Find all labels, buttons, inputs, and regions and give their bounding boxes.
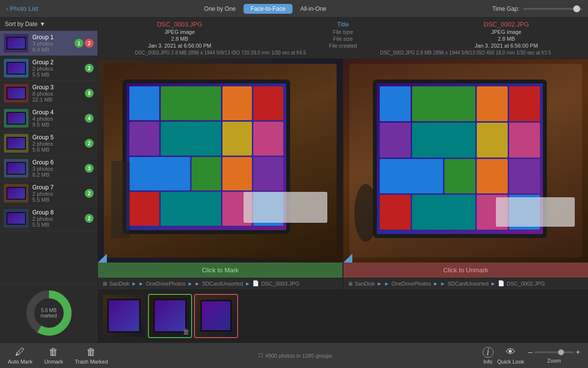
- group-size-8: 5.5 MB: [32, 222, 81, 228]
- group-photos-8: 2 photos: [32, 216, 81, 222]
- left-file-date: Jan 3. 2021 at 6:56:00 PM: [148, 43, 211, 49]
- toolbar-left: 🖊 Auto Mark 🗑 Unmark 🗑 Trash Marked: [8, 346, 108, 365]
- group-badges-8: 2: [85, 214, 94, 223]
- group-name-2: Group 2: [32, 59, 81, 66]
- back-button[interactable]: ‹ Photo List: [6, 5, 38, 12]
- unmark-label: Unmark: [44, 359, 63, 365]
- total-label: 4900 photos in 1285 groups: [265, 353, 332, 359]
- auto-mark-label: Auto Mark: [8, 359, 32, 365]
- corner-triangle-left: [98, 254, 107, 263]
- right-meta: DSC_0002.JPG 2.8 MB 2896 x 1944 5/9/13 I…: [375, 50, 556, 55]
- group-photos-2: 2 photos: [32, 66, 81, 72]
- right-path-3: SDCardUnsorted: [447, 281, 489, 287]
- disk-icon: 🖥: [102, 281, 107, 287]
- group-photos-4: 4 photos: [32, 116, 81, 122]
- group-thumb-7: [4, 184, 28, 203]
- group-item-2[interactable]: Group 2 2 photos 5.5 MB 2: [0, 56, 98, 81]
- auto-mark-button[interactable]: 🖊 Auto Mark: [8, 346, 32, 365]
- right-file-size: 2.8 MB: [498, 36, 515, 42]
- sort-bar[interactable]: Sort by Date ▼: [0, 18, 98, 31]
- right-filename: DSC_0002.JPG: [484, 21, 529, 28]
- group-list: Group 1 3 photos 8.4 MB 12 Group 2 2 pho…: [0, 31, 98, 283]
- unmark-toolbar-button[interactable]: 🗑 Unmark: [44, 346, 63, 365]
- view-tabs: One by One Face-to-Face All-in-One: [197, 4, 333, 14]
- left-image-placeholder: [98, 59, 343, 263]
- sort-label: Sort by Date: [5, 21, 38, 27]
- left-type: JPEG image: [98, 29, 261, 35]
- group-thumb-4: [4, 109, 28, 128]
- group-name-3: Group 3: [32, 84, 81, 91]
- zoom-slider[interactable]: [535, 351, 574, 353]
- left-thumb-strip: 🗑: [98, 289, 343, 342]
- center-size-label: File size: [261, 36, 424, 42]
- badge: 2: [85, 189, 94, 198]
- left-file-info: DSC_0003.JPG: [98, 21, 261, 28]
- group-size-6: 8.2 MB: [32, 172, 81, 178]
- group-photos-3: 8 photos: [32, 91, 81, 97]
- info-date-row: Jan 3. 2021 at 6:56:00 PM File created J…: [98, 43, 588, 49]
- group-info-5: Group 5 2 photos 5.6 MB: [32, 134, 81, 153]
- bottom-toolbar: 🖊 Auto Mark 🗑 Unmark 🗑 Trash Marked ☐ 49…: [0, 342, 588, 368]
- right-file-date: Jan 3. 2021 at 6:56:00 PM: [475, 43, 538, 49]
- right-panel: DSC_0003.JPG Title DSC_0002.JPG JPEG ima…: [98, 18, 588, 342]
- group-badges-1: 12: [74, 39, 94, 48]
- checkbox-icon: ☐: [258, 352, 263, 359]
- top-bar: ‹ Photo List One by One Face-to-Face All…: [0, 0, 588, 18]
- group-item-5[interactable]: Group 5 2 photos 5.6 MB 2: [0, 131, 98, 156]
- group-item-1[interactable]: Group 1 3 photos 8.4 MB 12: [0, 31, 98, 56]
- trash-label: Trash Marked: [75, 359, 108, 365]
- time-gap-slider[interactable]: [523, 8, 582, 10]
- center-date-label: File created: [261, 43, 424, 49]
- group-size-5: 5.6 MB: [32, 147, 81, 153]
- badge: 2: [85, 39, 94, 48]
- trash-marked-button[interactable]: 🗑 Trash Marked: [75, 346, 108, 365]
- group-item-7[interactable]: Group 7 2 photos 5.5 MB 2: [0, 181, 98, 206]
- quick-look-button[interactable]: 👁 Quick Look: [497, 346, 524, 365]
- thumb-1[interactable]: [102, 294, 146, 338]
- left-filename: DSC_0003.JPG: [157, 21, 202, 28]
- group-name-7: Group 7: [32, 184, 81, 191]
- group-name-5: Group 5: [32, 134, 81, 141]
- left-size: 2.8 MB: [98, 36, 261, 42]
- quick-look-label: Quick Look: [497, 359, 524, 365]
- zoom-thumb: [558, 349, 564, 355]
- unmark-button[interactable]: Click to Unmark: [343, 263, 588, 278]
- group-photos-1: 3 photos: [32, 41, 71, 47]
- mark-button[interactable]: Click to Mark: [98, 263, 343, 278]
- group-item-6[interactable]: Group 6 3 photos 8.2 MB 3: [0, 156, 98, 181]
- donut-label: 5.6 MBmarked: [41, 308, 57, 318]
- tab-one-by-one[interactable]: One by One: [197, 4, 243, 14]
- auto-mark-icon: 🖊: [15, 346, 25, 358]
- chevron-left-icon: ‹: [6, 5, 8, 12]
- info-meta-row: DSC_0003.JPG 2.8 MB 2896 x 1944 5/9/13 I…: [98, 50, 588, 55]
- right-size: 2.8 MB: [425, 36, 588, 42]
- unmark-icon: 🗑: [49, 346, 58, 358]
- zoom-minus-icon: –: [528, 348, 533, 357]
- group-name-6: Group 6: [32, 159, 81, 166]
- group-badges-4: 4: [85, 114, 94, 123]
- info-icon: i: [483, 347, 493, 358]
- group-item-4[interactable]: Group 4 4 photos 9.5 MB 4: [0, 106, 98, 131]
- group-photos-6: 3 photos: [32, 166, 81, 172]
- right-type: JPEG image: [425, 29, 588, 35]
- badge: 8: [85, 89, 94, 98]
- thumb-3[interactable]: [194, 294, 238, 338]
- right-image-placeholder: [343, 59, 588, 263]
- main-content: Sort by Date ▼ Group 1 3 photos 8.4 MB 1…: [0, 18, 588, 342]
- info-filenames-row: DSC_0003.JPG Title DSC_0002.JPG: [98, 21, 588, 28]
- info-button[interactable]: i Info: [483, 347, 493, 365]
- eye-icon: 👁: [506, 346, 515, 358]
- right-path-2-icon: ►: [384, 281, 390, 287]
- badge: 3: [85, 164, 94, 173]
- group-name-8: Group 8: [32, 209, 81, 216]
- info-details-row: JPEG image File type JPEG image: [98, 29, 588, 35]
- path-part-3-icon: ►: [195, 281, 200, 287]
- group-item-3[interactable]: Group 3 8 photos 22.1 MB 8: [0, 81, 98, 106]
- tab-face-to-face[interactable]: Face-to-Face: [244, 4, 292, 14]
- group-size-4: 9.5 MB: [32, 122, 81, 128]
- thumb-2[interactable]: 🗑: [148, 294, 192, 338]
- corner-triangle-right: [343, 254, 352, 263]
- group-item-8[interactable]: Group 8 2 photos 5.5 MB 2: [0, 206, 98, 231]
- tab-all-in-one[interactable]: All-in-One: [294, 4, 333, 14]
- right-path-2: OneDrivePhotos: [392, 281, 431, 287]
